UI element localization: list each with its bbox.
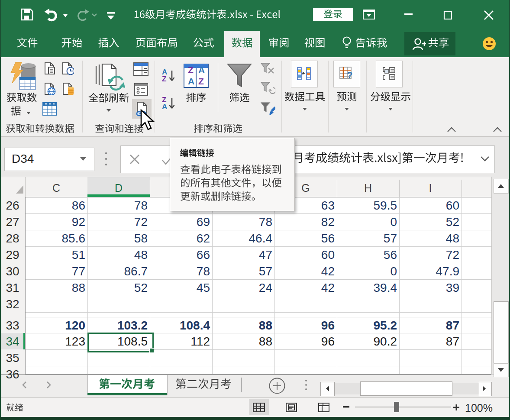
svg-text:?: ?: [347, 70, 352, 81]
